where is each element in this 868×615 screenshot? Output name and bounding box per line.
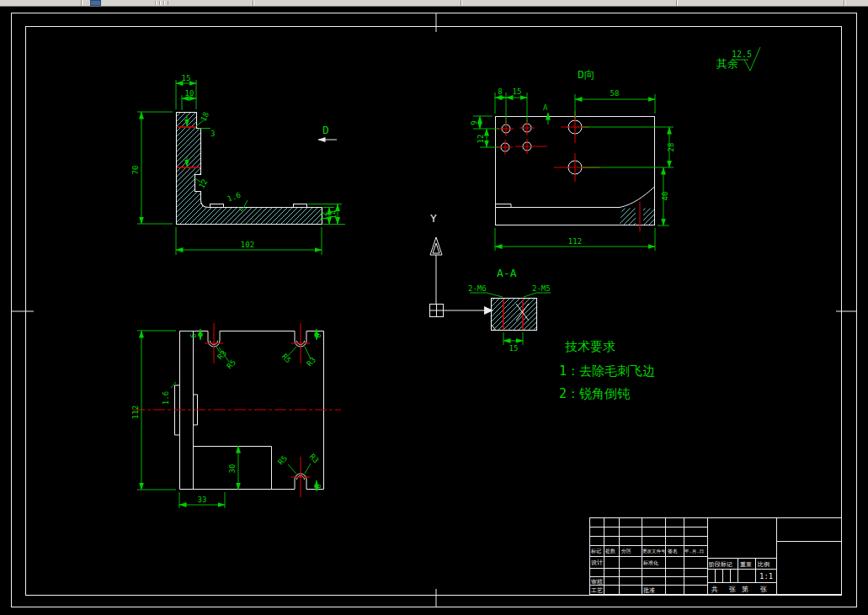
tb-design: 设计	[591, 559, 603, 566]
tb-sheet-total-prefix: 共	[711, 586, 718, 593]
toolbar-app-icon[interactable]	[90, 0, 101, 6]
tb-sheet-no-unit: 张	[760, 586, 767, 593]
tech-req-item: 1：去除毛刺飞边	[559, 363, 655, 379]
roughness-value: 12.5	[732, 50, 752, 59]
dim-label: 102	[241, 241, 254, 249]
tb-col-count: 处数	[604, 548, 615, 554]
leader-label: 18	[199, 111, 210, 123]
surface-finish-label: 1.6	[226, 191, 242, 204]
section-mark-label: A	[543, 103, 548, 112]
tb-sheet-no-prefix: 第	[742, 586, 748, 593]
tb-scale: 比例	[758, 561, 769, 568]
dim-label: 15	[513, 87, 522, 96]
dim-label: 15	[509, 344, 519, 353]
general-roughness-note: 其余 12.5	[716, 47, 760, 71]
radius-label: R5	[276, 454, 289, 467]
section-hatch	[643, 209, 654, 225]
large-holes	[554, 111, 599, 182]
roughness-prefix: 其余	[716, 57, 738, 70]
view-title: D向	[578, 68, 595, 81]
section-hatch	[620, 209, 636, 225]
leader-label: 12	[197, 178, 209, 189]
toolbar-grip-handle[interactable]	[155, 1, 168, 5]
view-d-direction: D向 8 15 58	[470, 68, 675, 251]
dim-label: 15	[182, 74, 191, 82]
view-plan: 112 33 30 6 6 6 R3 R5 R5 R3 R5 R3 1.6	[131, 323, 341, 508]
fillet-curve	[620, 187, 655, 208]
tb-approve: 批准	[643, 587, 655, 594]
tb-col-mark: 标记	[590, 548, 601, 554]
tb-col-date: 年.月.日	[684, 549, 704, 554]
radius-label: R5	[280, 353, 293, 365]
toolbar-separator	[253, 0, 254, 6]
thread-callout: 2-M6	[468, 284, 487, 293]
dim-label: 12	[320, 212, 328, 221]
tech-req-title: 技术要求	[565, 339, 615, 354]
surface-finish-label: 1.6	[162, 391, 170, 405]
dim-label: 14	[329, 210, 338, 220]
dim-label: 28	[667, 143, 675, 152]
tb-standardization: 标准化	[642, 559, 658, 566]
tech-req-item: 2：锐角倒钝	[559, 386, 630, 401]
tb-weight: 重量	[740, 561, 752, 568]
technical-requirements: 技术要求 1：去除毛刺飞边 2：锐角倒钝	[559, 339, 655, 401]
toolbar-separator	[461, 0, 462, 6]
dim-label: 33	[198, 496, 207, 504]
slot-tab	[210, 204, 224, 208]
radius-label: R3	[305, 356, 317, 368]
tb-col-zone: 分区	[621, 548, 631, 554]
tb-stage-mark: 阶段标记	[709, 561, 732, 568]
dim-label: 9	[470, 120, 478, 125]
cad-drawing-canvas[interactable]: 15 10 70 102 12 14 18 3 12 1.6	[0, 0, 868, 615]
ucs-icon: Y	[430, 212, 494, 317]
title-block: 标记 处数 分区 更改文件号 签名 年.月.日 设计 标准化 审核 工艺 批准 …	[590, 518, 842, 595]
view-direction-label: D	[322, 124, 329, 136]
dim-label: 6	[189, 333, 198, 337]
tb-process: 工艺	[591, 587, 603, 594]
dim-label: 12	[477, 135, 485, 144]
section-body	[492, 299, 537, 331]
dim-label: 40	[661, 192, 669, 201]
section-title: A-A	[497, 267, 517, 279]
dim-label: 8	[498, 87, 502, 96]
ucs-y-axis-label: Y	[430, 212, 437, 225]
slot-tab	[294, 204, 307, 208]
dim-label: 6	[314, 484, 322, 488]
dim-label: 112	[568, 237, 582, 246]
ucs-y-arrow	[430, 237, 442, 255]
radius-label: R3	[216, 349, 228, 362]
toolbar-separator	[844, 0, 845, 6]
leader-label: 3	[210, 130, 215, 138]
radius-label: R5	[225, 358, 237, 371]
thread-callout: 2-M5	[532, 284, 551, 293]
dim-label: 30	[228, 464, 237, 474]
tb-col-sign: 签名	[668, 548, 678, 554]
tb-review: 审核	[591, 579, 603, 586]
view-side-section: 15 10 70 102 12 14 18 3 12 1.6	[131, 74, 345, 255]
dim-label: 70	[131, 166, 140, 175]
toolbar-strip	[0, 0, 868, 7]
radius-label: R3	[308, 453, 321, 465]
dim-label: 6	[314, 333, 322, 337]
dim-label: 58	[610, 89, 620, 98]
dim-label: 112	[131, 406, 140, 419]
tb-sheet-total-unit: 张	[729, 586, 736, 593]
tb-col-doc-no: 更改文件号	[642, 549, 666, 554]
dim-label: 10	[185, 89, 194, 98]
toolbar-separator	[81, 0, 83, 6]
view-section-aa: A-A 2-M6 2-M5 15	[468, 267, 551, 353]
toolbar-separator	[676, 0, 678, 6]
tb-scale-value: 1:1	[759, 572, 773, 581]
tapped-holes	[498, 120, 547, 155]
